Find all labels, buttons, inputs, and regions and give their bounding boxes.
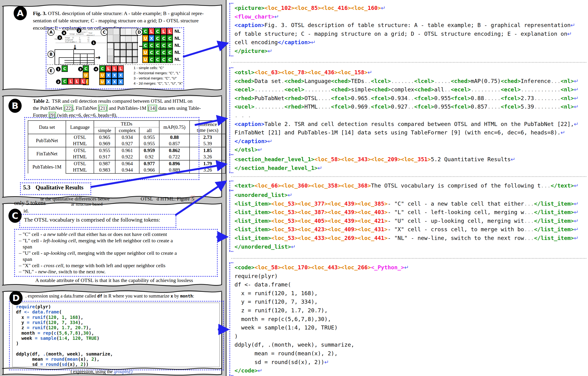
doctags-line: <list_item><loc_53><loc_387><loc_439><lo…: [235, 208, 587, 217]
loc-value: 436: [324, 69, 334, 76]
doctags-block-text: <text><loc_66><loc_360><loc_358><loc_368…: [229, 181, 587, 190]
doctags-text: ..: [364, 78, 371, 84]
doctags-text: cell encoding: [235, 39, 278, 46]
structure-tag: <list_item>: [235, 235, 271, 241]
structure-tag: </text>: [551, 182, 574, 189]
loc-tag: <loc_: [298, 226, 314, 233]
return-icon: ↵: [574, 95, 578, 102]
loc-value: 170: [298, 264, 308, 271]
structure-tag: <fcel>: [451, 95, 471, 102]
doctags-line: x = runif(120, 1, 168),: [235, 289, 587, 298]
intro-segment: df: [97, 293, 102, 298]
structure-tag: <fcel>: [414, 104, 434, 110]
structure-tag: <rhed>: [235, 95, 255, 102]
caption-tag: <caption>: [235, 121, 264, 127]
step-badge-2: 2: [77, 28, 81, 33]
fig3-caption-line: sentation of table structure; C - mappin…: [33, 18, 199, 24]
structure-tag: <list_item>: [235, 226, 271, 233]
loc-tag: >: [318, 5, 321, 11]
loc-tag: >: [308, 264, 311, 271]
loc-tag: >: [428, 156, 431, 163]
doctags-text: mAP(0.75): [471, 78, 501, 84]
doctags-block-code: <code><loc_58><loc_170><loc_443><loc_266…: [229, 263, 587, 375]
loc-tag: >: [294, 235, 298, 241]
bracket-foot-bottom: [229, 172, 233, 173]
doctags-line: <list_item><loc_53><loc_405><loc_439><lo…: [235, 217, 587, 225]
return-icon: ↵: [275, 13, 279, 20]
doctags-text: ...: [551, 78, 560, 84]
loc-tag: >: [384, 209, 388, 216]
loc-tag: >: [278, 182, 281, 189]
loc-tag: <loc_: [358, 209, 374, 216]
loc-value: 209: [388, 156, 397, 163]
loc-tag: <loc_: [271, 226, 288, 233]
doctags-text: 0.955: [434, 104, 451, 110]
doctags-line: require(plyr): [235, 272, 587, 281]
structure-tag: <fcel>: [451, 104, 471, 110]
loc-tag: <loc_: [308, 69, 324, 76]
doctags-text: simple: [351, 86, 371, 93]
fragment-text: only 5 tokens: [14, 200, 46, 206]
loc-tag: >: [377, 5, 381, 11]
loc-tag: <loc_: [351, 5, 368, 11]
return-icon: ↵: [318, 165, 322, 171]
structure-tag: <nl>: [561, 104, 574, 110]
doctags-line: <caption>Fig. 3. OTSL description of tab…: [235, 21, 587, 30]
loc-value: 416: [338, 5, 348, 11]
intro-segment: by: [173, 293, 180, 298]
doctags-text: 0.927: [391, 104, 408, 110]
doctags-line: z = runif(120, 1.7, 20.7),: [235, 306, 587, 315]
doctags-line: month = rep(c(5,6,7,8),30),: [235, 315, 587, 324]
return-icon: ↵: [574, 235, 578, 241]
loc-tag: <loc_: [255, 69, 271, 76]
loc-value: 387: [314, 209, 324, 216]
loc-tag: <loc_: [358, 218, 374, 224]
return-icon: ↵: [574, 86, 578, 93]
structure-tag: <ecel>: [501, 86, 521, 93]
structure-tag: <rhed>: [284, 95, 304, 102]
return-icon: ↵: [324, 359, 329, 366]
torn-text-fragment: OTSL: [141, 196, 153, 202]
loc-tag: >: [384, 235, 388, 241]
structure-tag: </unordered_list>: [235, 243, 291, 250]
loc-value: 53: [288, 226, 294, 233]
loc-tag: >: [354, 218, 357, 224]
doctags-text: 0.955: [434, 95, 451, 102]
structure-tag: <nl>: [561, 86, 574, 93]
caption-tag: </caption>: [235, 138, 268, 145]
doctags-line: FinTabNet [21] and PubTables-1M [14] dat…: [235, 128, 587, 137]
loc-tag: <loc_: [271, 200, 288, 207]
doctags-text: 5.39: [521, 104, 534, 110]
doctags-block-section-header: <section_header_level_1><loc_58><loc_343…: [229, 155, 587, 172]
doctags-text: ...: [524, 200, 534, 207]
caption-text: Table 2.: [33, 98, 49, 104]
return-icon: ↵: [574, 104, 578, 110]
doctags-text: OTSL: [304, 95, 318, 102]
loc-tag: <loc_: [358, 235, 374, 241]
fragment-text: OTSL: [141, 196, 153, 202]
loc-value: 423: [314, 226, 324, 233]
return-icon: ↵: [258, 367, 262, 374]
structure-tag: <ecel>: [235, 86, 255, 93]
structure-tag: <fcel>: [501, 95, 521, 102]
loc-tag: >: [294, 218, 298, 224]
structure-tag: <fcel>: [371, 104, 391, 110]
doctags-text: week = sample(1:4, 120, TRUE): [235, 324, 338, 331]
loc-value: 405: [314, 218, 324, 224]
loc-tag: <loc_: [255, 264, 271, 271]
loc-tag: <loc_: [341, 156, 358, 163]
doctags-text: 0.88: [471, 95, 484, 102]
intro-segment: . expression using a data.frame called: [25, 293, 97, 298]
loc-value: 53: [288, 200, 294, 207]
r-snippet-intro-line: . expression using a data.frame called d…: [25, 293, 194, 299]
panel-label-a: A: [14, 6, 27, 20]
text-segment: sentation of table structure; C - mappin…: [33, 18, 199, 23]
doctags-text: - "C" cell - a new table cell that eithe…: [388, 200, 524, 207]
figure5-ref: 5: [191, 196, 195, 202]
vocab-annotation-box: [19, 214, 176, 228]
doctags-block-picture: <picture><loc_102><loc_85><loc_416><loc_…: [229, 4, 587, 55]
doctags-text: z = runif(120, 1.7, 20.7),: [235, 307, 328, 314]
fragment-text: d HTML. Figure: [157, 196, 191, 202]
doctags-text: ..: [408, 95, 414, 102]
structure-tag: <section_header_level_1>: [235, 156, 314, 163]
